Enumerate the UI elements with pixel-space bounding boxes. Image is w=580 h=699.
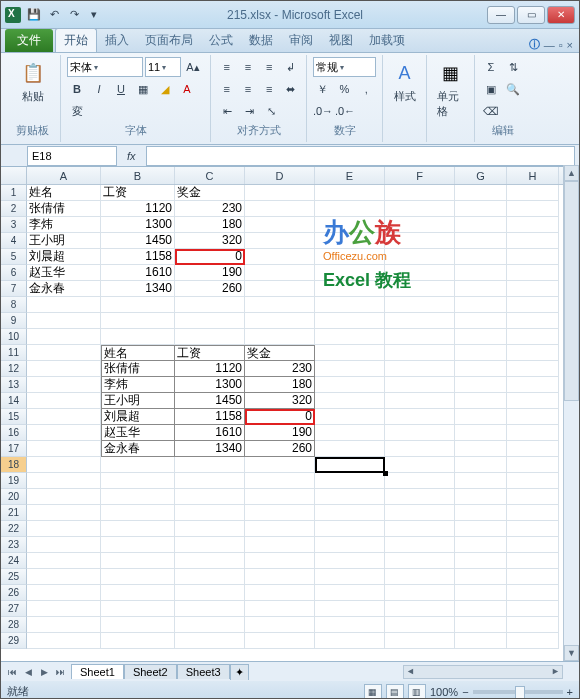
cell-D4[interactable] (245, 233, 315, 249)
cell-H18[interactable] (507, 457, 559, 473)
cell-G7[interactable] (455, 281, 507, 297)
cell-E3[interactable] (315, 217, 385, 233)
cell-F16[interactable] (385, 425, 455, 441)
cell-G15[interactable] (455, 409, 507, 425)
tab-home[interactable]: 开始 (55, 28, 97, 52)
cell-H25[interactable] (507, 569, 559, 585)
cell-H5[interactable] (507, 249, 559, 265)
tab-data[interactable]: 数据 (241, 29, 281, 52)
row-header-11[interactable]: 11 (1, 345, 27, 361)
cell-C26[interactable] (175, 585, 245, 601)
zoom-level[interactable]: 100% (430, 686, 458, 698)
cell-F9[interactable] (385, 313, 455, 329)
cell-D27[interactable] (245, 601, 315, 617)
scroll-thumb[interactable] (564, 181, 579, 401)
cell-E15[interactable] (315, 409, 385, 425)
cell-E25[interactable] (315, 569, 385, 585)
cell-G25[interactable] (455, 569, 507, 585)
minimize-button[interactable]: — (487, 6, 515, 24)
cell-A28[interactable] (27, 617, 101, 633)
cell-F19[interactable] (385, 473, 455, 489)
cell-D9[interactable] (245, 313, 315, 329)
cell-C16[interactable]: 1610 (175, 425, 245, 441)
comma-icon[interactable]: , (356, 79, 376, 99)
sort-icon[interactable]: ⇅ (503, 57, 523, 77)
cell-C9[interactable] (175, 313, 245, 329)
cell-F29[interactable] (385, 633, 455, 649)
cell-E14[interactable] (315, 393, 385, 409)
new-sheet-icon[interactable]: ✦ (230, 664, 249, 680)
cell-H29[interactable] (507, 633, 559, 649)
cell-B23[interactable] (101, 537, 175, 553)
row-header-8[interactable]: 8 (1, 297, 27, 313)
row-header-7[interactable]: 7 (1, 281, 27, 297)
cell-G11[interactable] (455, 345, 507, 361)
cell-F20[interactable] (385, 489, 455, 505)
row-header-13[interactable]: 13 (1, 377, 27, 393)
cell-A6[interactable]: 赵玉华 (27, 265, 101, 281)
cell-C29[interactable] (175, 633, 245, 649)
row-header-17[interactable]: 17 (1, 441, 27, 457)
cell-B12[interactable]: 张倩倩 (101, 361, 175, 377)
italic-button[interactable]: I (89, 79, 109, 99)
row-header-24[interactable]: 24 (1, 553, 27, 569)
align-top-icon[interactable]: ≡ (217, 57, 236, 77)
cell-B18[interactable] (101, 457, 175, 473)
cell-H2[interactable] (507, 201, 559, 217)
vertical-scrollbar[interactable]: ▲ ▼ (563, 165, 579, 661)
cell-B24[interactable] (101, 553, 175, 569)
cell-D10[interactable] (245, 329, 315, 345)
cell-E27[interactable] (315, 601, 385, 617)
tab-page-layout[interactable]: 页面布局 (137, 29, 201, 52)
cell-G3[interactable] (455, 217, 507, 233)
paste-button[interactable]: 📋 粘贴 (11, 57, 54, 106)
cell-D17[interactable]: 260 (245, 441, 315, 457)
cells-button[interactable]: ▦单元格 (433, 57, 468, 121)
cell-C19[interactable] (175, 473, 245, 489)
cell-F10[interactable] (385, 329, 455, 345)
next-sheet-icon[interactable]: ▶ (37, 665, 51, 679)
close-button[interactable]: ✕ (547, 6, 575, 24)
normal-view-icon[interactable]: ▦ (364, 684, 382, 700)
cell-D3[interactable] (245, 217, 315, 233)
cell-E11[interactable] (315, 345, 385, 361)
cell-C15[interactable]: 1158 (175, 409, 245, 425)
currency-icon[interactable]: ￥ (313, 79, 333, 99)
cell-G1[interactable] (455, 185, 507, 201)
name-box[interactable]: E18 (27, 146, 117, 166)
cell-B17[interactable]: 金永春 (101, 441, 175, 457)
spreadsheet-grid[interactable]: A B C D E F G H 123456789101112131415161… (1, 167, 579, 661)
col-header-D[interactable]: D (245, 167, 315, 184)
prev-sheet-icon[interactable]: ◀ (21, 665, 35, 679)
cell-F13[interactable] (385, 377, 455, 393)
col-header-F[interactable]: F (385, 167, 455, 184)
cell-D21[interactable] (245, 505, 315, 521)
cell-H6[interactable] (507, 265, 559, 281)
page-break-view-icon[interactable]: ▥ (408, 684, 426, 700)
cell-E8[interactable] (315, 297, 385, 313)
cell-F14[interactable] (385, 393, 455, 409)
row-header-25[interactable]: 25 (1, 569, 27, 585)
wrap-text-icon[interactable]: ↲ (281, 57, 300, 77)
cell-H13[interactable] (507, 377, 559, 393)
cell-D15[interactable]: 0 (245, 409, 315, 425)
cell-A13[interactable] (27, 377, 101, 393)
cell-F3[interactable] (385, 217, 455, 233)
cell-A2[interactable]: 张倩倩 (27, 201, 101, 217)
align-left-icon[interactable]: ≡ (217, 79, 236, 99)
cell-E17[interactable] (315, 441, 385, 457)
cell-A27[interactable] (27, 601, 101, 617)
cell-G21[interactable] (455, 505, 507, 521)
horizontal-scrollbar[interactable] (403, 665, 563, 679)
font-name-combo[interactable]: 宋体▾ (67, 57, 143, 77)
cell-H11[interactable] (507, 345, 559, 361)
cell-E4[interactable] (315, 233, 385, 249)
cell-D12[interactable]: 230 (245, 361, 315, 377)
undo-icon[interactable]: ↶ (45, 6, 63, 24)
cell-E26[interactable] (315, 585, 385, 601)
cell-H8[interactable] (507, 297, 559, 313)
help-icon[interactable]: ⓘ (529, 37, 540, 52)
formula-input[interactable] (146, 146, 575, 166)
underline-button[interactable]: U (111, 79, 131, 99)
cell-A20[interactable] (27, 489, 101, 505)
